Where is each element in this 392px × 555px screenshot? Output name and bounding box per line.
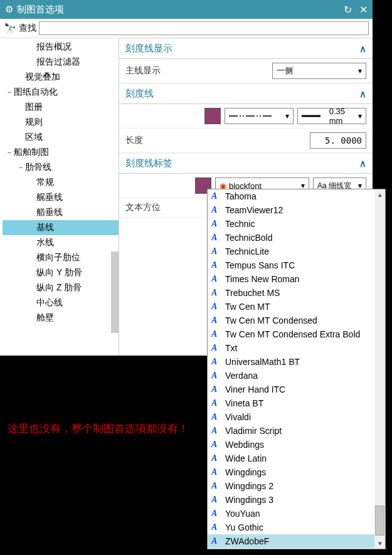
tree-item[interactable]: 艉垂线 bbox=[3, 190, 119, 205]
collapse-icon[interactable]: ∧ bbox=[359, 43, 366, 55]
tree-item[interactable]: 视觉叠加 bbox=[3, 70, 119, 85]
row-mainline-display: 主线显示 一侧 ▾ bbox=[119, 59, 373, 83]
font-list-item[interactable]: ATechnicLite bbox=[208, 245, 374, 258]
tree-item[interactable]: −船舶制图 bbox=[3, 145, 119, 160]
font-name: Verdana bbox=[225, 371, 258, 381]
section-title: 刻度线显示 bbox=[125, 43, 172, 55]
font-name: ZWAdobeF bbox=[225, 536, 269, 546]
fontlist-scrollbar[interactable]: ▴ ▾ bbox=[374, 189, 385, 549]
tree-item[interactable]: 舱壁 bbox=[3, 310, 119, 325]
font-glyph-icon: A bbox=[211, 467, 220, 477]
font-list-item[interactable]: AYouYuan bbox=[208, 507, 374, 521]
annotation-message: 这里也没有，整个制图首选项都没有！ bbox=[8, 420, 189, 437]
tree-scrollbar-thumb[interactable] bbox=[111, 251, 119, 333]
font-glyph-icon: A bbox=[211, 384, 220, 394]
tree-item[interactable]: 横向子肋位 bbox=[3, 250, 119, 265]
font-list-item[interactable]: AVladimir Script bbox=[208, 424, 374, 438]
font-list-item[interactable]: ATrebuchet MS bbox=[208, 286, 374, 300]
font-list-item[interactable]: ATechnic bbox=[208, 217, 374, 231]
tree-item-label: 中心线 bbox=[36, 297, 63, 309]
nav-tree[interactable]: 报告概况报告过滤器视觉叠加−图纸自动化图册规则区域−船舶制图−肋骨线常规艉垂线艏… bbox=[0, 38, 119, 356]
tick-length-input[interactable] bbox=[310, 132, 366, 149]
font-name: Txt bbox=[225, 343, 237, 353]
scrollbar-thumb[interactable] bbox=[375, 505, 384, 536]
expander-icon[interactable]: − bbox=[5, 88, 14, 97]
font-list-item[interactable]: AZWAdobeF bbox=[208, 534, 374, 548]
close-button[interactable]: ✕ bbox=[359, 4, 368, 16]
tree-item[interactable]: 纵向 Y 肋骨 bbox=[3, 265, 119, 280]
font-list-item[interactable]: ATechnicBold bbox=[208, 231, 374, 245]
binoculars-icon: 🔭 bbox=[4, 23, 16, 34]
font-list-item[interactable]: AWingdings bbox=[208, 465, 374, 479]
tree-item[interactable]: 艏垂线 bbox=[3, 205, 119, 220]
section-title: 刻度线标签 bbox=[125, 157, 172, 169]
font-name: Vineta BT bbox=[225, 398, 263, 408]
expander-icon[interactable]: − bbox=[5, 148, 14, 157]
row-tick-style: ▾ 0.35 mm ▾ bbox=[119, 104, 373, 129]
font-dropdown-list[interactable]: ATahomaATeamViewer12ATechnicATechnicBold… bbox=[207, 189, 386, 549]
font-list-item[interactable]: ATw Cen MT Condensed Extra Bold bbox=[208, 327, 374, 341]
line-pattern-dropdown[interactable]: ▾ bbox=[225, 108, 294, 124]
refresh-button[interactable]: ↻ bbox=[344, 4, 352, 16]
collapse-icon[interactable]: ∧ bbox=[359, 88, 366, 100]
font-list-item[interactable]: AWebdings bbox=[208, 438, 374, 452]
font-name: Viner Hand ITC bbox=[225, 384, 285, 394]
section-tick-label: 刻度线标签 ∧ bbox=[119, 153, 373, 174]
font-list-item[interactable]: ATimes New Roman bbox=[208, 272, 374, 286]
font-list-item[interactable]: AYu Gothic bbox=[208, 521, 374, 534]
scroll-down-icon[interactable]: ▾ bbox=[378, 538, 382, 549]
tree-item-label: 肋骨线 bbox=[25, 162, 51, 173]
font-list-item[interactable]: ATw Cen MT bbox=[208, 300, 374, 314]
tree-item[interactable]: 图册 bbox=[3, 100, 119, 115]
font-list-item[interactable]: AVivaldi bbox=[208, 410, 374, 424]
font-list-item[interactable]: AWide Latin bbox=[208, 452, 374, 465]
scroll-up-icon[interactable]: ▴ bbox=[378, 189, 382, 200]
font-name: Webdings bbox=[225, 440, 264, 450]
mainline-display-dropdown[interactable]: 一侧 ▾ bbox=[272, 63, 366, 79]
tick-color-swatch[interactable] bbox=[204, 108, 221, 124]
tree-item-label: 区域 bbox=[25, 132, 43, 143]
tree-item[interactable]: 规则 bbox=[3, 115, 119, 130]
tree-item[interactable]: 基线 bbox=[3, 220, 119, 235]
tree-item[interactable]: 中心线 bbox=[3, 295, 119, 310]
font-glyph-icon: A bbox=[211, 246, 220, 256]
font-glyph-icon: A bbox=[211, 288, 220, 298]
tree-item[interactable]: 水线 bbox=[3, 235, 119, 250]
tree-item[interactable]: −肋骨线 bbox=[3, 160, 119, 175]
tree-item-label: 报告概况 bbox=[36, 41, 72, 53]
font-list-item[interactable]: ATxt bbox=[208, 341, 374, 355]
line-weight-dropdown[interactable]: 0.35 mm ▾ bbox=[297, 108, 366, 124]
chevron-down-icon: ▾ bbox=[285, 112, 289, 120]
tree-item[interactable]: −图纸自动化 bbox=[3, 85, 119, 100]
expander-icon[interactable]: − bbox=[16, 163, 25, 172]
font-name: Vladimir Script bbox=[225, 426, 282, 436]
font-list-item[interactable]: ATw Cen MT Condensed bbox=[208, 314, 374, 327]
font-glyph-icon: A bbox=[211, 315, 220, 325]
font-list-item[interactable]: AViner Hand ITC bbox=[208, 383, 374, 396]
row-label: 长度 bbox=[125, 135, 194, 146]
section-tick-display: 刻度线显示 ∧ bbox=[119, 38, 373, 59]
tree-item-label: 常规 bbox=[36, 177, 54, 188]
tree-item[interactable]: 报告概况 bbox=[3, 40, 119, 55]
font-list-item[interactable]: AUniversalMath1 BT bbox=[208, 355, 374, 369]
tree-item[interactable]: 区域 bbox=[3, 130, 119, 145]
collapse-icon[interactable]: ∧ bbox=[359, 158, 366, 169]
search-input[interactable] bbox=[39, 21, 369, 35]
tree-item[interactable]: 常规 bbox=[3, 175, 119, 190]
tree-item[interactable]: 纵向 Z 肋骨 bbox=[3, 280, 119, 295]
font-list-item[interactable]: ATahoma bbox=[208, 189, 374, 203]
font-glyph-icon: A bbox=[211, 522, 220, 532]
tree-item-label: 规则 bbox=[25, 117, 43, 128]
font-list-item[interactable]: AWingdings 2 bbox=[208, 479, 374, 493]
font-glyph-icon: A bbox=[211, 343, 220, 353]
tree-item-label: 纵向 Z 肋骨 bbox=[36, 282, 82, 293]
font-list-item[interactable]: AVineta BT bbox=[208, 396, 374, 410]
font-list-item[interactable]: AVerdana bbox=[208, 369, 374, 383]
solid-line-icon bbox=[302, 113, 329, 119]
font-list-item[interactable]: ATempus Sans ITC bbox=[208, 258, 374, 272]
tree-item[interactable]: 报告过滤器 bbox=[3, 55, 119, 70]
font-name: Wingdings 3 bbox=[225, 495, 273, 505]
font-list-item[interactable]: ATeamViewer12 bbox=[208, 203, 374, 217]
section-title: 刻度线 bbox=[125, 88, 154, 100]
font-list-item[interactable]: AWingdings 3 bbox=[208, 493, 374, 507]
